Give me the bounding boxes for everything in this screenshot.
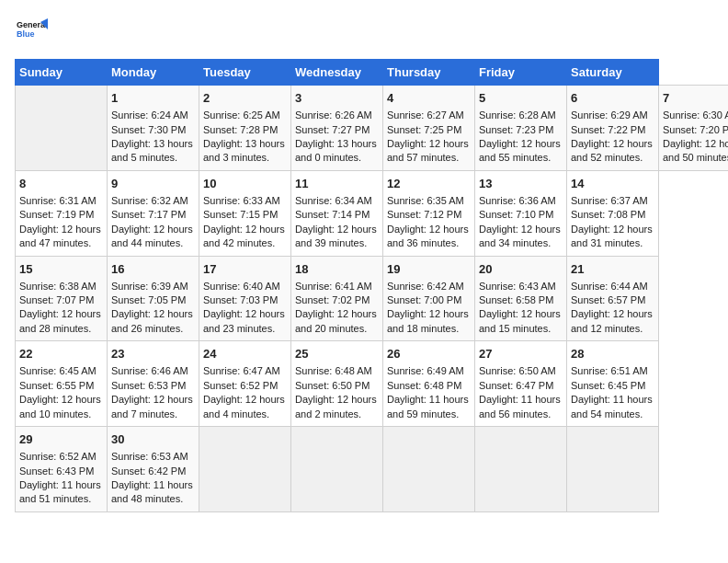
week-row-1: 1Sunrise: 6:24 AMSunset: 7:30 PMDaylight… <box>16 86 729 171</box>
day-info: Sunrise: 6:39 AM <box>111 280 195 293</box>
day-info: Sunset: 6:45 PM <box>571 379 654 393</box>
column-header-tuesday: Tuesday <box>199 60 291 86</box>
calendar-cell: 21Sunrise: 6:44 AMSunset: 6:57 PMDayligh… <box>567 256 659 341</box>
calendar-cell: 15Sunrise: 6:38 AMSunset: 7:07 PMDayligh… <box>16 256 108 341</box>
day-info: Daylight: 11 hours and 59 minutes. <box>387 393 471 421</box>
day-number: 15 <box>19 261 103 278</box>
day-number: 24 <box>203 346 287 362</box>
calendar-cell <box>199 427 291 512</box>
day-info: Sunset: 7:14 PM <box>295 208 379 222</box>
day-info: Sunset: 7:17 PM <box>111 208 195 222</box>
day-info: Sunset: 7:23 PM <box>479 123 563 137</box>
day-info: Sunset: 6:52 PM <box>203 379 287 393</box>
day-info: Sunrise: 6:44 AM <box>571 280 654 293</box>
logo: General Blue <box>15 15 51 48</box>
column-header-sunday: Sunday <box>16 60 108 86</box>
day-number: 4 <box>387 90 471 107</box>
column-header-monday: Monday <box>108 60 199 86</box>
day-info: Daylight: 12 hours and 44 minutes. <box>111 223 195 251</box>
day-number: 25 <box>295 346 379 362</box>
day-info: Sunrise: 6:32 AM <box>111 194 195 208</box>
day-info: Sunrise: 6:41 AM <box>295 280 379 293</box>
calendar-cell: 1Sunrise: 6:24 AMSunset: 7:30 PMDaylight… <box>108 86 199 171</box>
day-number: 2 <box>203 90 287 107</box>
day-info: Daylight: 12 hours and 47 minutes. <box>19 223 103 251</box>
day-info: Sunset: 6:57 PM <box>571 293 654 307</box>
day-number: 29 <box>19 431 103 448</box>
day-info: Daylight: 12 hours and 2 minutes. <box>295 393 379 421</box>
calendar-cell: 13Sunrise: 6:36 AMSunset: 7:10 PMDayligh… <box>475 170 567 256</box>
week-row-5: 29Sunrise: 6:52 AMSunset: 6:43 PMDayligh… <box>16 427 729 512</box>
day-info: Sunset: 6:47 PM <box>479 379 563 393</box>
day-info: Sunset: 6:43 PM <box>19 465 103 478</box>
day-info: Sunrise: 6:27 AM <box>387 109 471 122</box>
day-info: Sunset: 7:02 PM <box>295 293 379 307</box>
day-info: Sunset: 7:15 PM <box>203 208 287 222</box>
day-info: Sunrise: 6:26 AM <box>295 109 379 122</box>
calendar-cell: 5Sunrise: 6:28 AMSunset: 7:23 PMDaylight… <box>475 86 567 171</box>
column-header-thursday: Thursday <box>383 60 475 86</box>
day-info: Sunrise: 6:53 AM <box>111 450 195 464</box>
page-header: General Blue <box>15 15 713 48</box>
calendar-cell: 28Sunrise: 6:51 AMSunset: 6:45 PMDayligh… <box>567 341 659 427</box>
day-info: Sunset: 7:25 PM <box>387 123 471 137</box>
day-number: 13 <box>479 176 563 192</box>
day-info: Sunset: 6:58 PM <box>479 293 563 307</box>
day-info: Daylight: 12 hours and 4 minutes. <box>203 393 287 421</box>
day-info: Sunrise: 6:48 AM <box>295 364 379 378</box>
day-info: Sunrise: 6:46 AM <box>111 364 195 378</box>
day-info: Daylight: 12 hours and 34 minutes. <box>479 223 563 251</box>
calendar-cell <box>475 427 567 512</box>
day-number: 26 <box>387 346 471 362</box>
day-number: 9 <box>111 176 195 192</box>
day-info: Sunrise: 6:30 AM <box>663 109 728 122</box>
day-info: Sunrise: 6:24 AM <box>111 109 195 122</box>
week-row-2: 8Sunrise: 6:31 AMSunset: 7:19 PMDaylight… <box>16 170 729 256</box>
calendar-cell: 2Sunrise: 6:25 AMSunset: 7:28 PMDaylight… <box>199 86 291 171</box>
day-info: Sunrise: 6:29 AM <box>571 109 654 122</box>
day-info: Sunset: 6:48 PM <box>387 379 471 393</box>
day-info: Sunset: 7:28 PM <box>203 123 287 137</box>
day-info: Sunrise: 6:31 AM <box>19 194 103 208</box>
day-number: 7 <box>663 90 728 107</box>
day-info: Sunset: 7:12 PM <box>387 208 471 222</box>
day-number: 21 <box>571 261 654 278</box>
day-info: Sunrise: 6:47 AM <box>203 364 287 378</box>
column-header-saturday: Saturday <box>567 60 659 86</box>
calendar-cell: 6Sunrise: 6:29 AMSunset: 7:22 PMDaylight… <box>567 86 659 171</box>
day-info: Daylight: 12 hours and 55 minutes. <box>479 137 563 166</box>
calendar-cell: 17Sunrise: 6:40 AMSunset: 7:03 PMDayligh… <box>199 256 291 341</box>
day-info: Sunset: 6:50 PM <box>295 379 379 393</box>
calendar-cell <box>291 427 383 512</box>
day-info: Sunset: 7:05 PM <box>111 293 195 307</box>
day-info: Sunrise: 6:49 AM <box>387 364 471 378</box>
day-info: Sunset: 7:20 PM <box>663 123 728 137</box>
day-info: Sunset: 7:08 PM <box>571 208 654 222</box>
day-number: 3 <box>295 90 379 107</box>
day-info: Sunset: 7:07 PM <box>19 293 103 307</box>
column-header-wednesday: Wednesday <box>291 60 383 86</box>
day-info: Daylight: 13 hours and 5 minutes. <box>111 137 195 166</box>
calendar-cell <box>567 427 659 512</box>
day-number: 6 <box>571 90 654 107</box>
day-info: Sunrise: 6:35 AM <box>387 194 471 208</box>
day-info: Daylight: 12 hours and 36 minutes. <box>387 223 471 251</box>
day-info: Daylight: 11 hours and 54 minutes. <box>571 393 654 421</box>
day-info: Sunset: 7:00 PM <box>387 293 471 307</box>
calendar-cell: 3Sunrise: 6:26 AMSunset: 7:27 PMDaylight… <box>291 86 383 171</box>
day-number: 11 <box>295 176 379 192</box>
column-header-friday: Friday <box>475 60 567 86</box>
day-info: Daylight: 11 hours and 51 minutes. <box>19 478 103 507</box>
day-info: Daylight: 12 hours and 18 minutes. <box>387 307 471 336</box>
calendar-cell: 16Sunrise: 6:39 AMSunset: 7:05 PMDayligh… <box>108 256 199 341</box>
day-info: Daylight: 13 hours and 3 minutes. <box>203 137 287 166</box>
day-info: Sunset: 6:53 PM <box>111 379 195 393</box>
svg-text:Blue: Blue <box>17 29 35 39</box>
day-info: Sunset: 6:42 PM <box>111 465 195 478</box>
day-info: Sunset: 7:30 PM <box>111 123 195 137</box>
day-info: Sunrise: 6:25 AM <box>203 109 287 122</box>
day-info: Sunset: 7:03 PM <box>203 293 287 307</box>
day-number: 17 <box>203 261 287 278</box>
calendar-cell: 30Sunrise: 6:53 AMSunset: 6:42 PMDayligh… <box>108 427 199 512</box>
calendar-cell: 4Sunrise: 6:27 AMSunset: 7:25 PMDaylight… <box>383 86 475 171</box>
